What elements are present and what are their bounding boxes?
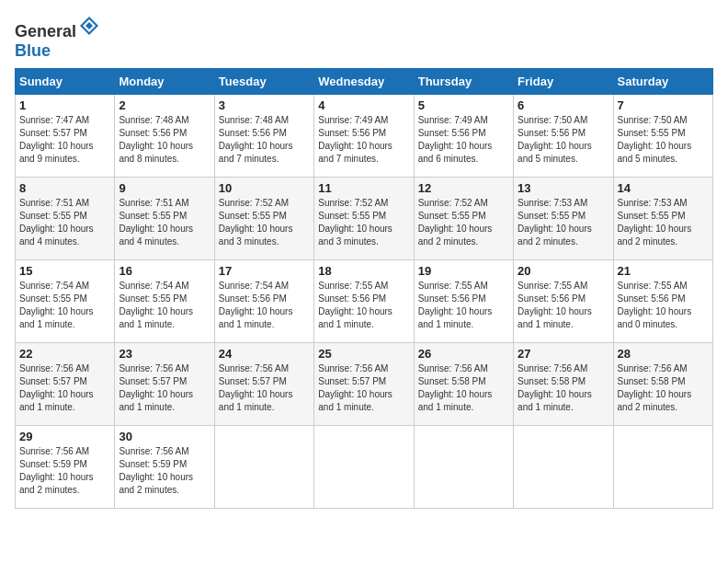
day-number: 6 — [518, 98, 609, 112]
day-info: Sunrise: 7:54 AMSunset: 5:55 PMDaylight:… — [19, 281, 94, 329]
calendar-cell: 22 Sunrise: 7:56 AMSunset: 5:57 PMDaylig… — [16, 343, 115, 426]
day-number: 9 — [119, 181, 210, 195]
calendar-cell: 21 Sunrise: 7:55 AMSunset: 5:56 PMDaylig… — [613, 260, 712, 343]
day-number: 26 — [418, 347, 509, 361]
day-info: Sunrise: 7:54 AMSunset: 5:55 PMDaylight:… — [119, 281, 193, 329]
day-number: 15 — [19, 264, 110, 278]
day-number: 3 — [219, 98, 310, 112]
calendar-cell: 12 Sunrise: 7:52 AMSunset: 5:55 PMDaylig… — [414, 178, 513, 260]
calendar-cell: 2 Sunrise: 7:48 AMSunset: 5:56 PMDayligh… — [115, 95, 214, 178]
day-info: Sunrise: 7:56 AMSunset: 5:59 PMDaylight:… — [19, 446, 94, 495]
calendar-cell: 11 Sunrise: 7:52 AMSunset: 5:55 PMDaylig… — [314, 178, 414, 260]
day-info: Sunrise: 7:55 AMSunset: 5:56 PMDaylight:… — [418, 281, 493, 329]
calendar-cell: 18 Sunrise: 7:55 AMSunset: 5:56 PMDaylig… — [314, 260, 414, 343]
day-info: Sunrise: 7:56 AMSunset: 5:58 PMDaylight:… — [618, 363, 692, 412]
calendar-header-tuesday: Tuesday — [214, 69, 313, 95]
day-number: 2 — [119, 98, 210, 112]
day-info: Sunrise: 7:52 AMSunset: 5:55 PMDaylight:… — [418, 198, 493, 247]
day-number: 7 — [618, 98, 709, 112]
day-info: Sunrise: 7:53 AMSunset: 5:55 PMDaylight:… — [518, 198, 592, 247]
header: General Blue — [15, 15, 713, 61]
day-info: Sunrise: 7:53 AMSunset: 5:55 PMDaylight:… — [618, 198, 692, 247]
day-number: 16 — [119, 264, 210, 278]
calendar-cell: 1 Sunrise: 7:47 AMSunset: 5:57 PMDayligh… — [16, 95, 115, 178]
day-info: Sunrise: 7:49 AMSunset: 5:56 PMDaylight:… — [318, 115, 392, 164]
day-number: 27 — [518, 347, 609, 361]
calendar-cell: 6 Sunrise: 7:50 AMSunset: 5:56 PMDayligh… — [514, 95, 613, 178]
calendar-cell: 3 Sunrise: 7:48 AMSunset: 5:56 PMDayligh… — [214, 95, 313, 178]
day-number: 21 — [618, 264, 709, 278]
calendar-header-thursday: Thursday — [414, 69, 513, 95]
calendar-cell: 24 Sunrise: 7:56 AMSunset: 5:57 PMDaylig… — [214, 343, 313, 426]
day-number: 22 — [19, 347, 110, 361]
logo-icon — [78, 15, 100, 37]
day-number: 20 — [518, 264, 609, 278]
calendar-cell: 9 Sunrise: 7:51 AMSunset: 5:55 PMDayligh… — [115, 178, 214, 260]
calendar-cell — [514, 426, 613, 509]
day-number: 18 — [318, 264, 409, 278]
calendar-cell: 27 Sunrise: 7:56 AMSunset: 5:58 PMDaylig… — [514, 343, 613, 426]
day-info: Sunrise: 7:56 AMSunset: 5:59 PMDaylight:… — [119, 446, 193, 495]
calendar-cell: 23 Sunrise: 7:56 AMSunset: 5:57 PMDaylig… — [115, 343, 214, 426]
calendar-header-friday: Friday — [514, 69, 613, 95]
logo-general: General — [15, 22, 76, 40]
calendar-header-row: SundayMondayTuesdayWednesdayThursdayFrid… — [16, 69, 713, 95]
calendar-cell: 4 Sunrise: 7:49 AMSunset: 5:56 PMDayligh… — [314, 95, 414, 178]
day-info: Sunrise: 7:55 AMSunset: 5:56 PMDaylight:… — [318, 281, 392, 329]
day-number: 24 — [219, 347, 310, 361]
day-number: 5 — [418, 98, 509, 112]
calendar-cell — [414, 426, 513, 509]
day-number: 19 — [418, 264, 509, 278]
calendar-cell: 20 Sunrise: 7:55 AMSunset: 5:56 PMDaylig… — [514, 260, 613, 343]
calendar-cell: 15 Sunrise: 7:54 AMSunset: 5:55 PMDaylig… — [16, 260, 115, 343]
day-info: Sunrise: 7:49 AMSunset: 5:56 PMDaylight:… — [418, 115, 493, 164]
calendar-week-5: 29 Sunrise: 7:56 AMSunset: 5:59 PMDaylig… — [16, 426, 713, 509]
calendar: SundayMondayTuesdayWednesdayThursdayFrid… — [15, 68, 713, 509]
calendar-cell: 17 Sunrise: 7:54 AMSunset: 5:56 PMDaylig… — [214, 260, 313, 343]
calendar-cell: 28 Sunrise: 7:56 AMSunset: 5:58 PMDaylig… — [613, 343, 712, 426]
calendar-cell: 7 Sunrise: 7:50 AMSunset: 5:55 PMDayligh… — [613, 95, 712, 178]
calendar-cell: 30 Sunrise: 7:56 AMSunset: 5:59 PMDaylig… — [115, 426, 214, 509]
calendar-cell — [314, 426, 414, 509]
day-number: 1 — [19, 98, 110, 112]
day-info: Sunrise: 7:56 AMSunset: 5:58 PMDaylight:… — [518, 363, 592, 412]
calendar-cell: 26 Sunrise: 7:56 AMSunset: 5:58 PMDaylig… — [414, 343, 513, 426]
logo-text: General Blue — [15, 15, 100, 61]
calendar-header-wednesday: Wednesday — [314, 69, 414, 95]
calendar-week-1: 1 Sunrise: 7:47 AMSunset: 5:57 PMDayligh… — [16, 95, 713, 178]
calendar-week-3: 15 Sunrise: 7:54 AMSunset: 5:55 PMDaylig… — [16, 260, 713, 343]
day-info: Sunrise: 7:48 AMSunset: 5:56 PMDaylight:… — [219, 115, 293, 164]
day-number: 25 — [318, 347, 409, 361]
day-info: Sunrise: 7:48 AMSunset: 5:56 PMDaylight:… — [119, 115, 193, 164]
calendar-cell — [613, 426, 712, 509]
calendar-cell: 8 Sunrise: 7:51 AMSunset: 5:55 PMDayligh… — [16, 178, 115, 260]
day-number: 28 — [618, 347, 709, 361]
calendar-week-4: 22 Sunrise: 7:56 AMSunset: 5:57 PMDaylig… — [16, 343, 713, 426]
calendar-cell: 5 Sunrise: 7:49 AMSunset: 5:56 PMDayligh… — [414, 95, 513, 178]
day-info: Sunrise: 7:56 AMSunset: 5:57 PMDaylight:… — [19, 363, 94, 412]
calendar-week-2: 8 Sunrise: 7:51 AMSunset: 5:55 PMDayligh… — [16, 178, 713, 260]
day-number: 13 — [518, 181, 609, 195]
day-info: Sunrise: 7:47 AMSunset: 5:57 PMDaylight:… — [19, 115, 94, 164]
day-info: Sunrise: 7:50 AMSunset: 5:56 PMDaylight:… — [518, 115, 592, 164]
calendar-cell: 10 Sunrise: 7:52 AMSunset: 5:55 PMDaylig… — [214, 178, 313, 260]
day-number: 12 — [418, 181, 509, 195]
day-info: Sunrise: 7:56 AMSunset: 5:58 PMDaylight:… — [418, 363, 493, 412]
day-number: 14 — [618, 181, 709, 195]
calendar-cell: 29 Sunrise: 7:56 AMSunset: 5:59 PMDaylig… — [16, 426, 115, 509]
day-number: 29 — [19, 430, 110, 443]
logo-blue: Blue — [15, 41, 51, 60]
calendar-cell: 25 Sunrise: 7:56 AMSunset: 5:57 PMDaylig… — [314, 343, 414, 426]
day-info: Sunrise: 7:55 AMSunset: 5:56 PMDaylight:… — [618, 281, 692, 329]
calendar-cell: 14 Sunrise: 7:53 AMSunset: 5:55 PMDaylig… — [613, 178, 712, 260]
day-info: Sunrise: 7:51 AMSunset: 5:55 PMDaylight:… — [19, 198, 94, 247]
calendar-body: 1 Sunrise: 7:47 AMSunset: 5:57 PMDayligh… — [16, 95, 713, 509]
day-info: Sunrise: 7:56 AMSunset: 5:57 PMDaylight:… — [219, 363, 293, 412]
logo: General Blue — [15, 15, 100, 61]
day-number: 17 — [219, 264, 310, 278]
day-info: Sunrise: 7:55 AMSunset: 5:56 PMDaylight:… — [518, 281, 592, 329]
calendar-cell — [214, 426, 313, 509]
calendar-header-monday: Monday — [115, 69, 214, 95]
day-info: Sunrise: 7:52 AMSunset: 5:55 PMDaylight:… — [318, 198, 392, 247]
day-number: 8 — [19, 181, 110, 195]
